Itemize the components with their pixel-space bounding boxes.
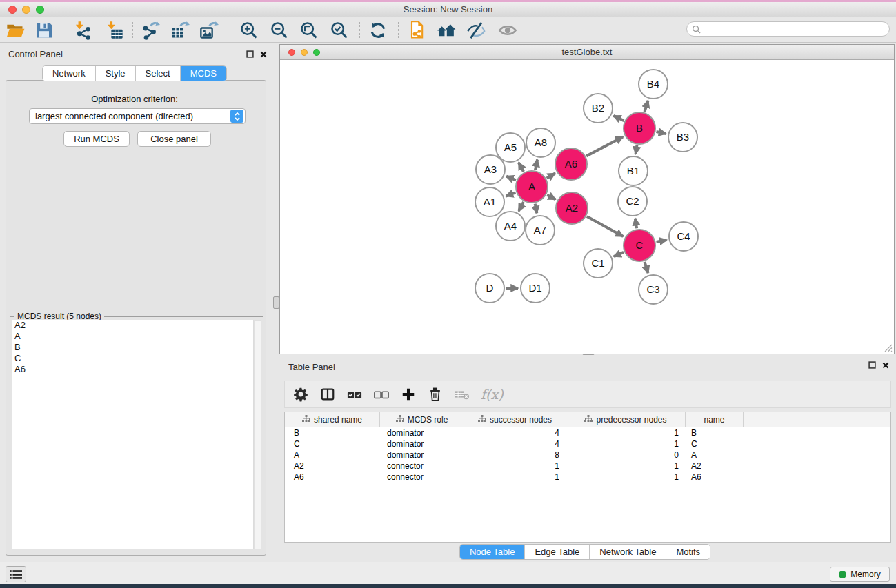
table-row[interactable]: A2connector11A2: [285, 460, 890, 472]
import-table-icon[interactable]: [103, 19, 126, 41]
table-row[interactable]: A6connector11A6: [285, 472, 890, 483]
memory-button[interactable]: Memory: [830, 567, 890, 582]
table-row[interactable]: Cdominator41C: [285, 438, 890, 449]
graph-node-C4[interactable]: C4: [669, 222, 698, 251]
graph-edge-B-B3[interactable]: [656, 132, 666, 134]
table-cell[interactable]: 0: [566, 449, 686, 460]
table-cell[interactable]: A: [285, 449, 380, 460]
graph-node-A4[interactable]: A4: [496, 212, 525, 241]
criterion-select[interactable]: largest connected component (directed): [29, 108, 246, 124]
graph-edge-A-A4[interactable]: [519, 202, 524, 211]
table-cell[interactable]: A2: [285, 460, 380, 472]
add-column-icon[interactable]: [399, 385, 417, 403]
table-row[interactable]: Bdominator41B: [285, 427, 890, 438]
search-field[interactable]: [686, 21, 890, 37]
function-builder-icon[interactable]: f(x): [481, 387, 504, 402]
graph-edge-C-C4[interactable]: [656, 240, 666, 242]
close-table-panel-icon[interactable]: [881, 361, 890, 369]
graph-edge-B-B4[interactable]: [644, 101, 648, 112]
table-cell[interactable]: 4: [464, 438, 566, 449]
mcds-list-scrollbar[interactable]: [254, 320, 261, 549]
graph-node-A6[interactable]: A6: [555, 148, 587, 180]
graph-node-B2[interactable]: B2: [584, 94, 613, 123]
table-cell[interactable]: C: [285, 438, 380, 449]
table-cell[interactable]: 1: [566, 427, 686, 438]
close-panel-icon[interactable]: [259, 50, 268, 59]
table-cell[interactable]: connector: [380, 472, 464, 483]
select-all-icon[interactable]: [346, 385, 364, 403]
zoom-fit-icon[interactable]: [298, 19, 320, 41]
show-all-icon[interactable]: [497, 19, 519, 41]
graph-node-A2[interactable]: A2: [556, 192, 588, 224]
search-input[interactable]: [701, 24, 889, 34]
export-network-icon[interactable]: [139, 19, 161, 41]
mcds-result-item[interactable]: C: [12, 353, 253, 364]
table-cell[interactable]: B: [285, 427, 380, 438]
new-network-icon[interactable]: [406, 19, 428, 41]
graph-edge-C-C3[interactable]: [644, 262, 648, 273]
import-network-icon[interactable]: [72, 19, 94, 41]
unselect-all-icon[interactable]: [372, 385, 390, 403]
run-mcds-button[interactable]: Run MCDS: [63, 131, 130, 147]
table-cell[interactable]: dominator: [380, 438, 464, 449]
graph-edge-B-B2[interactable]: [614, 116, 624, 121]
graph-node-D1[interactable]: D1: [521, 274, 550, 303]
graph-node-C2[interactable]: C2: [618, 187, 647, 216]
column-header-successor-nodes[interactable]: successor nodes: [464, 412, 566, 427]
tab-edge-table[interactable]: Edge Table: [525, 545, 590, 559]
column-header-MCDS-role[interactable]: MCDS role: [380, 412, 464, 427]
graph-edge-C-C2[interactable]: [635, 219, 637, 229]
tab-style[interactable]: Style: [96, 66, 136, 81]
float-panel-icon[interactable]: [246, 50, 255, 59]
close-panel-button[interactable]: Close panel: [137, 131, 211, 147]
graph-node-B4[interactable]: B4: [639, 70, 668, 99]
graph-node-B[interactable]: B: [624, 112, 655, 144]
graph-node-A8[interactable]: A8: [526, 128, 555, 157]
graph-node-C1[interactable]: C1: [584, 249, 613, 278]
tab-select[interactable]: Select: [136, 66, 181, 81]
network-window-titlebar[interactable]: testGlobe.txt: [280, 45, 894, 60]
hide-selected-icon[interactable]: [465, 19, 487, 41]
graph-node-A[interactable]: A: [516, 171, 548, 203]
graph-edge-A-A1[interactable]: [506, 192, 516, 196]
graph-edge-A-A8[interactable]: [535, 159, 537, 170]
tab-motifs[interactable]: Motifs: [666, 545, 710, 559]
graph-edge-A6-B[interactable]: [586, 137, 623, 156]
mcds-result-item[interactable]: A: [12, 331, 253, 342]
table-cell[interactable]: 4: [464, 427, 566, 438]
task-history-button[interactable]: [6, 566, 26, 582]
table-cell[interactable]: connector: [380, 460, 464, 472]
table-cell[interactable]: 1: [566, 438, 686, 449]
graph-node-A7[interactable]: A7: [526, 216, 555, 245]
column-header-predecessor-nodes[interactable]: predecessor nodes: [566, 412, 686, 427]
float-table-panel-icon[interactable]: [868, 361, 877, 369]
vertical-splitter-handle[interactable]: [273, 296, 279, 309]
mcds-result-item[interactable]: B: [12, 342, 253, 353]
table-cell[interactable]: A2: [686, 460, 744, 472]
delete-table-icon[interactable]: [453, 385, 471, 403]
graph-edge-A-A3[interactable]: [506, 176, 516, 181]
table-cell[interactable]: 8: [464, 449, 566, 460]
open-file-icon[interactable]: [4, 19, 26, 41]
graph-node-B1[interactable]: B1: [619, 156, 648, 185]
zoom-out-icon[interactable]: [268, 19, 290, 41]
mcds-result-item[interactable]: A6: [12, 364, 253, 375]
column-header-shared-name[interactable]: shared name: [285, 412, 380, 427]
graph-edge-A-A2[interactable]: [547, 195, 555, 199]
tab-node-table[interactable]: Node Table: [460, 545, 526, 559]
graph-node-C3[interactable]: C3: [639, 275, 668, 304]
table-cell[interactable]: dominator: [380, 449, 464, 460]
graph-edge-A-A6[interactable]: [547, 174, 555, 179]
trash-icon[interactable]: [426, 385, 444, 403]
graph-edge-A-A5[interactable]: [519, 163, 524, 172]
table-cell[interactable]: C: [686, 438, 744, 449]
table-cell[interactable]: A6: [285, 472, 380, 483]
graph-node-B3[interactable]: B3: [668, 123, 697, 152]
home-icon[interactable]: [435, 19, 457, 41]
split-view-icon[interactable]: [319, 385, 337, 403]
refresh-icon[interactable]: [367, 19, 389, 41]
graph-edge-B-B1[interactable]: [636, 145, 637, 154]
graph-node-A1[interactable]: A1: [475, 187, 504, 216]
tab-mcds[interactable]: MCDS: [181, 66, 226, 81]
table-cell[interactable]: 1: [464, 460, 566, 472]
